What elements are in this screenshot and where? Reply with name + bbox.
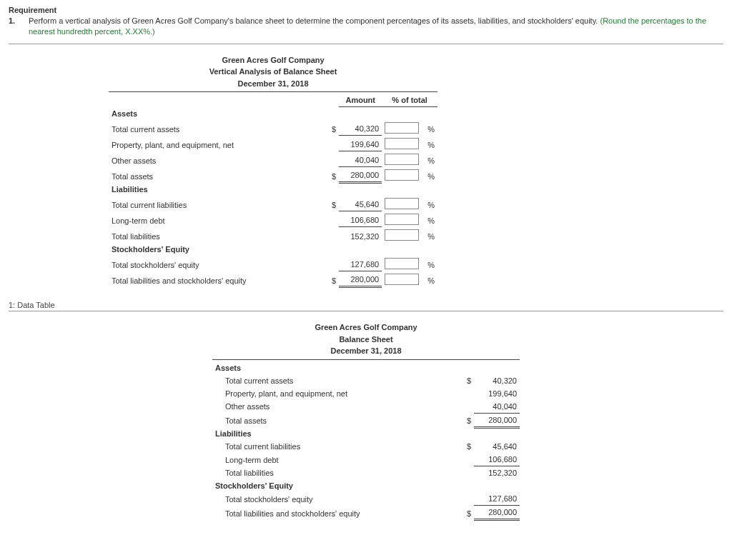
- va-label: Total current assets: [109, 120, 329, 136]
- balance-sheet-table: Green Acres Golf Company Balance Sheet D…: [212, 321, 520, 521]
- va-label: Long-term debt: [109, 211, 329, 227]
- col-pct: % of total: [382, 94, 437, 107]
- requirement-number: 1.: [9, 16, 19, 38]
- va-row-ltd: Long-term debt 106,680 %: [109, 211, 437, 227]
- va-amount: 280,000: [339, 167, 382, 183]
- bs-amount: 127,680: [474, 492, 520, 506]
- bs-row-ltd: Long-term debt 106,680: [212, 453, 520, 466]
- requirement-row: 1. Perform a vertical analysis of Green …: [9, 16, 723, 38]
- currency-symbol: $: [464, 506, 474, 520]
- bs-section-liabilities: Liabilities: [212, 427, 464, 440]
- va-row-ppe: Property, plant, and equipment, net 199,…: [109, 136, 437, 151]
- pct-symbol: %: [425, 211, 437, 227]
- bs-date: December 31, 2018: [212, 345, 520, 360]
- va-label: Total liabilities and stockholders' equi…: [109, 271, 329, 287]
- bs-label: Total assets: [212, 413, 464, 427]
- va-label: Property, plant, and equipment, net: [109, 136, 329, 151]
- va-row-tl: Total liabilities 152,320 %: [109, 227, 437, 243]
- va-amount: 40,040: [339, 151, 382, 167]
- bs-row-tlse: Total liabilities and stockholders' equi…: [212, 506, 520, 520]
- requirement-body: Perform a vertical analysis of Green Acr…: [29, 16, 600, 25]
- va-amount: 40,320: [339, 120, 382, 136]
- pct-input-ltd[interactable]: [385, 214, 419, 225]
- currency-symbol: $: [464, 374, 474, 387]
- va-row-tlse: Total liabilities and stockholders' equi…: [109, 271, 437, 287]
- bs-row-tl: Total liabilities 152,320: [212, 466, 520, 480]
- bs-label: Property, plant, and equipment, net: [212, 387, 464, 400]
- section-assets: Assets: [109, 107, 329, 120]
- va-row-oa: Other assets 40,040 %: [109, 151, 437, 167]
- section-liabilities: Liabilities: [109, 183, 329, 196]
- currency-symbol: $: [329, 196, 339, 211]
- va-label: Total assets: [109, 167, 329, 183]
- bs-amount: 40,320: [474, 374, 520, 387]
- bs-amount: 106,680: [474, 453, 520, 466]
- va-amount: 106,680: [339, 211, 382, 227]
- col-amount: Amount: [339, 94, 382, 107]
- pct-symbol: %: [425, 151, 437, 167]
- pct-symbol: %: [425, 271, 437, 287]
- bs-label: Total liabilities and stockholders' equi…: [212, 506, 464, 520]
- va-amount: 45,640: [339, 196, 382, 211]
- pct-symbol: %: [425, 196, 437, 211]
- pct-symbol: %: [425, 227, 437, 243]
- bs-amount: 45,640: [474, 440, 520, 453]
- bs-label: Other assets: [212, 400, 464, 414]
- va-row-tse: Total stockholders' equity 127,680 %: [109, 256, 437, 271]
- data-table-label: 1: Data Table: [9, 301, 723, 309]
- pct-input-tse[interactable]: [385, 258, 419, 269]
- bs-label: Total stockholders' equity: [212, 492, 464, 506]
- pct-symbol: %: [425, 136, 437, 151]
- bs-title: Balance Sheet: [212, 334, 520, 346]
- bs-label: Total liabilities: [212, 466, 464, 480]
- bs-row-tse: Total stockholders' equity 127,680: [212, 492, 520, 506]
- va-title: Vertical Analysis of Balance Sheet: [109, 66, 437, 78]
- bs-section-equity: Stockholders' Equity: [212, 479, 464, 492]
- bs-row-ta: Total assets $ 280,000: [212, 413, 520, 427]
- currency-symbol: $: [464, 440, 474, 453]
- bs-row-tca: Total current assets $ 40,320: [212, 374, 520, 387]
- va-row-ta: Total assets $ 280,000 %: [109, 167, 437, 183]
- bs-label: Total current liabilities: [212, 440, 464, 453]
- va-label: Other assets: [109, 151, 329, 167]
- currency-symbol: $: [464, 413, 474, 427]
- bs-company: Green Acres Golf Company: [212, 321, 520, 334]
- pct-input-tcl[interactable]: [385, 198, 419, 209]
- divider: [9, 44, 723, 44]
- pct-symbol: %: [425, 120, 437, 136]
- va-label: Total current liabilities: [109, 196, 329, 211]
- bs-amount: 40,040: [474, 400, 520, 414]
- pct-input-ppe[interactable]: [385, 138, 419, 149]
- bs-amount: 280,000: [474, 413, 520, 427]
- va-row-tcl: Total current liabilities $ 45,640 %: [109, 196, 437, 211]
- pct-input-ta[interactable]: [385, 169, 419, 181]
- va-company: Green Acres Golf Company: [109, 54, 437, 66]
- pct-input-tlse[interactable]: [385, 274, 419, 285]
- requirement-text: Perform a vertical analysis of Green Acr…: [29, 16, 723, 38]
- va-label: Total stockholders' equity: [109, 256, 329, 271]
- bs-amount: 280,000: [474, 506, 520, 520]
- bs-amount: 152,320: [474, 466, 520, 480]
- va-amount: 127,680: [339, 256, 382, 271]
- section-equity: Stockholders' Equity: [109, 243, 329, 256]
- bs-label: Total current assets: [212, 374, 464, 387]
- currency-symbol: $: [329, 271, 339, 287]
- va-amount: 152,320: [339, 227, 382, 243]
- currency-symbol: $: [329, 167, 339, 183]
- va-date: December 31, 2018: [109, 78, 437, 93]
- bs-label: Long-term debt: [212, 453, 464, 466]
- pct-symbol: %: [425, 256, 437, 271]
- pct-input-oa[interactable]: [385, 154, 419, 165]
- currency-symbol: $: [329, 120, 339, 136]
- va-header-row: Amount % of total: [109, 94, 437, 107]
- bs-amount: 199,640: [474, 387, 520, 400]
- va-label: Total liabilities: [109, 227, 329, 243]
- vertical-analysis-table: Green Acres Golf Company Vertical Analys…: [109, 54, 437, 289]
- pct-input-tca[interactable]: [385, 122, 419, 134]
- requirement-heading: Requirement: [9, 6, 723, 14]
- bs-row-oa: Other assets 40,040: [212, 400, 520, 414]
- bs-row-tcl: Total current liabilities $ 45,640: [212, 440, 520, 453]
- pct-input-tl[interactable]: [385, 229, 419, 241]
- pct-symbol: %: [425, 167, 437, 183]
- bs-row-ppe: Property, plant, and equipment, net 199,…: [212, 387, 520, 400]
